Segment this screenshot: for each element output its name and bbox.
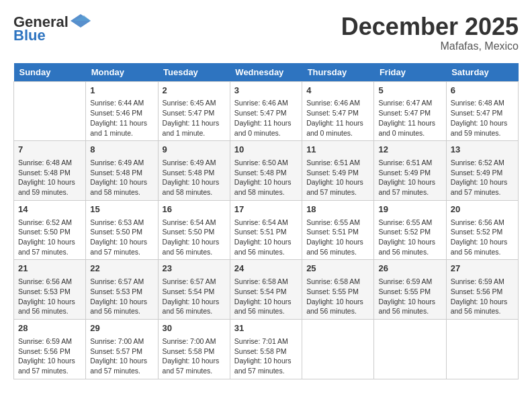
day-content: Sunrise: 6:49 AMSunset: 5:48 PMDaylight:… (163, 158, 226, 197)
day-number: 2 (163, 85, 226, 97)
day-content: Sunrise: 6:58 AMSunset: 5:55 PMDaylight:… (306, 277, 369, 316)
day-number: 16 (163, 203, 226, 216)
page-header: General Blue December 2025 Mafafas, Mexi… (13, 13, 519, 52)
day-number: 5 (378, 85, 441, 97)
calendar-cell: 12Sunrise: 6:51 AMSunset: 5:49 PMDayligh… (374, 141, 446, 201)
day-number: 28 (18, 322, 81, 335)
day-content: Sunrise: 6:57 AMSunset: 5:54 PMDaylight:… (163, 277, 226, 316)
day-number: 9 (163, 144, 226, 156)
day-content: Sunrise: 6:55 AMSunset: 5:52 PMDaylight:… (378, 218, 441, 257)
day-content: Sunrise: 7:01 AMSunset: 5:58 PMDaylight:… (234, 336, 298, 376)
day-number: 27 (451, 263, 514, 275)
weekday-header: Sunday (14, 63, 86, 82)
day-number: 23 (163, 263, 226, 275)
day-number: 11 (306, 144, 369, 156)
weekday-header: Thursday (302, 63, 374, 82)
calendar-cell: 18Sunrise: 6:55 AMSunset: 5:51 PMDayligh… (302, 200, 374, 260)
calendar-cell: 27Sunrise: 6:59 AMSunset: 5:56 PMDayligh… (446, 260, 518, 320)
day-content: Sunrise: 6:54 AMSunset: 5:51 PMDaylight:… (234, 218, 298, 257)
weekday-header: Saturday (446, 63, 518, 82)
day-content: Sunrise: 6:59 AMSunset: 5:56 PMDaylight:… (18, 336, 81, 376)
day-content: Sunrise: 6:55 AMSunset: 5:51 PMDaylight:… (306, 218, 369, 257)
day-content: Sunrise: 6:51 AMSunset: 5:49 PMDaylight:… (378, 158, 441, 197)
calendar-week-row: 14Sunrise: 6:52 AMSunset: 5:50 PMDayligh… (14, 200, 519, 260)
day-number: 8 (90, 144, 153, 156)
day-number: 31 (234, 322, 298, 335)
calendar-cell: 23Sunrise: 6:57 AMSunset: 5:54 PMDayligh… (158, 260, 230, 320)
day-number: 19 (378, 203, 441, 216)
calendar-cell: 22Sunrise: 6:57 AMSunset: 5:53 PMDayligh… (86, 260, 158, 320)
day-number: 15 (90, 203, 153, 216)
day-content: Sunrise: 6:58 AMSunset: 5:54 PMDaylight:… (234, 277, 298, 316)
day-number: 3 (234, 85, 298, 97)
calendar-cell: 17Sunrise: 6:54 AMSunset: 5:51 PMDayligh… (230, 200, 302, 260)
day-content: Sunrise: 6:49 AMSunset: 5:48 PMDaylight:… (90, 158, 153, 197)
calendar-cell: 8Sunrise: 6:49 AMSunset: 5:48 PMDaylight… (86, 141, 158, 201)
calendar-cell: 5Sunrise: 6:47 AMSunset: 5:47 PMDaylight… (374, 81, 446, 141)
calendar-cell: 19Sunrise: 6:55 AMSunset: 5:52 PMDayligh… (374, 200, 446, 260)
day-number: 30 (163, 322, 226, 335)
day-content: Sunrise: 6:48 AMSunset: 5:47 PMDaylight:… (451, 98, 514, 138)
day-number: 24 (234, 263, 298, 275)
day-content: Sunrise: 6:46 AMSunset: 5:47 PMDaylight:… (306, 98, 369, 138)
calendar-cell: 4Sunrise: 6:46 AMSunset: 5:47 PMDaylight… (302, 81, 374, 141)
day-number: 20 (451, 203, 514, 216)
logo-blue-text: Blue (13, 27, 46, 44)
calendar-cell: 7Sunrise: 6:48 AMSunset: 5:48 PMDaylight… (14, 141, 86, 201)
calendar-cell: 14Sunrise: 6:52 AMSunset: 5:50 PMDayligh… (14, 200, 86, 260)
page-title: December 2025 (341, 13, 519, 40)
day-content: Sunrise: 6:46 AMSunset: 5:47 PMDaylight:… (234, 98, 298, 138)
calendar-cell: 31Sunrise: 7:01 AMSunset: 5:58 PMDayligh… (230, 319, 302, 379)
day-number: 1 (90, 85, 153, 97)
calendar-cell: 29Sunrise: 7:00 AMSunset: 5:57 PMDayligh… (86, 319, 158, 379)
day-content: Sunrise: 6:44 AMSunset: 5:46 PMDaylight:… (90, 98, 153, 138)
weekday-header: Friday (374, 63, 446, 82)
day-content: Sunrise: 6:54 AMSunset: 5:50 PMDaylight:… (163, 218, 226, 257)
calendar-cell: 24Sunrise: 6:58 AMSunset: 5:54 PMDayligh… (230, 260, 302, 320)
calendar-cell: 10Sunrise: 6:50 AMSunset: 5:48 PMDayligh… (230, 141, 302, 201)
day-number: 29 (90, 322, 153, 335)
weekday-header-row: SundayMondayTuesdayWednesdayThursdayFrid… (14, 63, 519, 82)
day-content: Sunrise: 6:51 AMSunset: 5:49 PMDaylight:… (306, 158, 369, 197)
calendar-cell (14, 81, 86, 141)
day-number: 6 (451, 85, 514, 97)
calendar-cell: 28Sunrise: 6:59 AMSunset: 5:56 PMDayligh… (14, 319, 86, 379)
calendar-cell: 1Sunrise: 6:44 AMSunset: 5:46 PMDaylight… (86, 81, 158, 141)
day-content: Sunrise: 6:48 AMSunset: 5:48 PMDaylight:… (18, 158, 81, 197)
day-content: Sunrise: 6:59 AMSunset: 5:56 PMDaylight:… (451, 277, 514, 316)
calendar-week-row: 7Sunrise: 6:48 AMSunset: 5:48 PMDaylight… (14, 141, 519, 201)
weekday-header: Wednesday (230, 63, 302, 82)
calendar-cell: 13Sunrise: 6:52 AMSunset: 5:49 PMDayligh… (446, 141, 518, 201)
calendar-cell: 21Sunrise: 6:56 AMSunset: 5:53 PMDayligh… (14, 260, 86, 320)
calendar-cell: 11Sunrise: 6:51 AMSunset: 5:49 PMDayligh… (302, 141, 374, 201)
logo: General Blue (13, 13, 91, 44)
day-number: 13 (451, 144, 514, 156)
day-number: 14 (18, 203, 81, 216)
day-content: Sunrise: 6:53 AMSunset: 5:50 PMDaylight:… (90, 218, 153, 257)
calendar-cell: 25Sunrise: 6:58 AMSunset: 5:55 PMDayligh… (302, 260, 374, 320)
title-block: December 2025 Mafafas, Mexico (341, 13, 519, 52)
day-content: Sunrise: 7:00 AMSunset: 5:57 PMDaylight:… (90, 336, 153, 376)
day-number: 18 (306, 203, 369, 216)
day-content: Sunrise: 7:00 AMSunset: 5:58 PMDaylight:… (163, 336, 226, 376)
weekday-header: Monday (86, 63, 158, 82)
logo-icon (71, 14, 91, 28)
calendar-cell (302, 319, 374, 379)
calendar-cell (374, 319, 446, 379)
calendar-cell: 15Sunrise: 6:53 AMSunset: 5:50 PMDayligh… (86, 200, 158, 260)
day-content: Sunrise: 6:52 AMSunset: 5:49 PMDaylight:… (451, 158, 514, 197)
calendar-cell: 20Sunrise: 6:56 AMSunset: 5:52 PMDayligh… (446, 200, 518, 260)
day-number: 25 (306, 263, 369, 275)
day-content: Sunrise: 6:45 AMSunset: 5:47 PMDaylight:… (163, 98, 226, 138)
day-content: Sunrise: 6:47 AMSunset: 5:47 PMDaylight:… (378, 98, 441, 138)
calendar-cell: 30Sunrise: 7:00 AMSunset: 5:58 PMDayligh… (158, 319, 230, 379)
day-content: Sunrise: 6:57 AMSunset: 5:53 PMDaylight:… (90, 277, 153, 316)
day-number: 7 (18, 144, 81, 156)
calendar-cell: 26Sunrise: 6:59 AMSunset: 5:55 PMDayligh… (374, 260, 446, 320)
day-content: Sunrise: 6:59 AMSunset: 5:55 PMDaylight:… (378, 277, 441, 316)
calendar-cell: 9Sunrise: 6:49 AMSunset: 5:48 PMDaylight… (158, 141, 230, 201)
day-content: Sunrise: 6:56 AMSunset: 5:52 PMDaylight:… (451, 218, 514, 257)
calendar-cell: 16Sunrise: 6:54 AMSunset: 5:50 PMDayligh… (158, 200, 230, 260)
day-number: 10 (234, 144, 298, 156)
calendar-week-row: 1Sunrise: 6:44 AMSunset: 5:46 PMDaylight… (14, 81, 519, 141)
